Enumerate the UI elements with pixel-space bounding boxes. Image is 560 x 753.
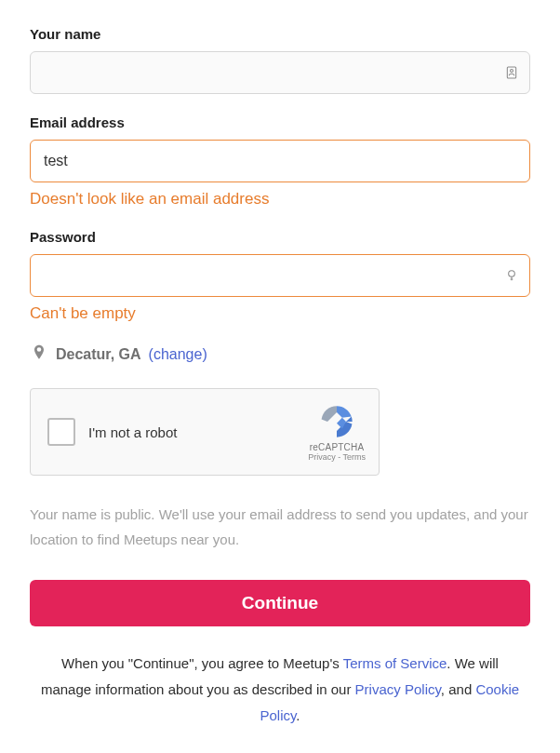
recaptcha-left: I'm not a robot [47,418,177,446]
name-input[interactable] [30,51,530,94]
contact-card-icon [504,65,519,80]
key-icon [504,268,519,283]
location-change-link[interactable]: (change) [149,346,207,363]
recaptcha-label: I'm not a robot [88,424,177,440]
password-input[interactable] [30,254,530,297]
password-label: Password [30,229,530,245]
recaptcha-checkbox[interactable] [47,418,75,446]
terms-suffix: . [296,707,300,723]
terms-text: When you "Continue", you agree to Meetup… [30,651,530,728]
recaptcha-widget: I'm not a robot reCAPTCHA Privacy - Term… [30,388,380,476]
terms-prefix: When you "Continue", you agree to Meetup… [61,655,343,671]
location-text: Decatur, GA [56,346,141,363]
email-group: Email address Doesn't look like an email… [30,114,530,208]
password-group: Password Can't be empty [30,229,530,323]
name-group: Your name [30,26,530,94]
location-row: Decatur, GA (change) [30,343,530,366]
recaptcha-links[interactable]: Privacy - Terms [308,452,366,462]
name-label: Your name [30,26,530,42]
recaptcha-brand: reCAPTCHA [308,442,366,452]
email-error: Doesn't look like an email address [30,190,530,208]
terms-of-service-link[interactable]: Terms of Service [343,655,447,671]
privacy-policy-link[interactable]: Privacy Policy [355,681,441,697]
terms-mid2: , and [441,681,476,697]
continue-button[interactable]: Continue [30,580,530,626]
recaptcha-logo-icon [318,403,355,440]
name-input-wrap [30,51,530,94]
svg-point-1 [511,70,513,73]
svg-point-2 [509,271,515,277]
location-pin-icon [30,343,48,366]
password-error: Can't be empty [30,304,530,323]
recaptcha-right: reCAPTCHA Privacy - Terms [308,403,366,462]
email-input-wrap [30,140,530,182]
disclaimer-text: Your name is public. We'll use your emai… [30,502,530,552]
password-input-wrap [30,254,530,297]
email-input[interactable] [30,140,530,182]
email-label: Email address [30,114,530,130]
